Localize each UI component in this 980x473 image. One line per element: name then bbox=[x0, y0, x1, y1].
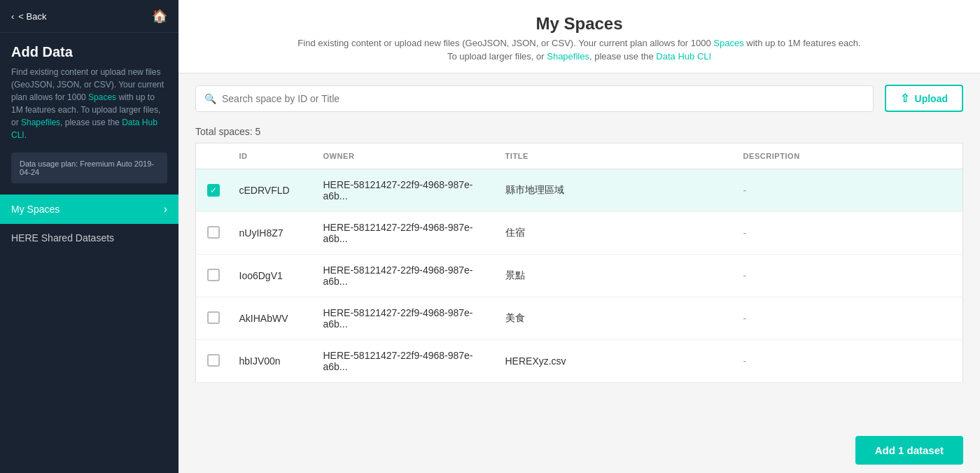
add-dataset-button[interactable]: Add 1 dataset bbox=[855, 436, 963, 465]
cell-title: 住宿 bbox=[497, 212, 735, 255]
cell-description: - bbox=[735, 255, 963, 297]
shapefiles-link-main[interactable]: Shapefiles bbox=[547, 51, 589, 62]
search-icon: 🔍 bbox=[204, 93, 216, 104]
upload-label: Upload bbox=[915, 93, 948, 104]
spaces-link[interactable]: Spaces bbox=[88, 92, 116, 102]
cell-owner: HERE-58121427-22f9-4968-987e-a6b... bbox=[315, 169, 497, 212]
main-subtitle: Find existing content or upload new file… bbox=[206, 38, 952, 48]
table-row: Ioo6DgV1HERE-58121427-22f9-4968-987e-a6b… bbox=[196, 255, 963, 297]
cell-title: 縣市地理區域 bbox=[497, 169, 735, 212]
cell-description: - bbox=[735, 297, 963, 340]
home-icon[interactable]: 🏠 bbox=[152, 8, 167, 24]
sidebar-item-here-datasets-label: HERE Shared Datasets bbox=[11, 232, 114, 243]
cell-owner: HERE-58121427-22f9-4968-987e-a6b... bbox=[315, 340, 497, 383]
search-upload-row: 🔍 ⇧ Upload bbox=[178, 73, 980, 123]
main-content: My Spaces Find existing content or uploa… bbox=[178, 0, 980, 473]
spaces-table: ID OWNER TITLE DESCRIPTION ✓cEDRVFLDHERE… bbox=[195, 143, 963, 383]
row-checkbox[interactable] bbox=[207, 269, 220, 281]
data-usage-plan: Data usage plan: Freemium Auto 2019-04-2… bbox=[11, 153, 167, 183]
sidebar-nav: My Spaces › HERE Shared Datasets bbox=[0, 195, 178, 473]
cell-description: - bbox=[735, 340, 963, 383]
cell-title: HEREXyz.csv bbox=[497, 340, 735, 383]
cell-description: - bbox=[735, 169, 963, 212]
checkbox-cell[interactable] bbox=[196, 297, 231, 340]
table-header-row: ID OWNER TITLE DESCRIPTION bbox=[196, 143, 963, 169]
search-box: 🔍 bbox=[195, 85, 874, 112]
upload-icon: ⇧ bbox=[900, 92, 909, 105]
cell-description: - bbox=[735, 212, 963, 255]
sidebar-header: Add Data bbox=[0, 33, 178, 66]
cell-title: 景點 bbox=[497, 255, 735, 297]
main-header: My Spaces Find existing content or uploa… bbox=[178, 0, 980, 73]
cell-id: Ioo6DgV1 bbox=[231, 255, 315, 297]
checkbox-cell[interactable]: ✓ bbox=[196, 169, 231, 212]
cell-owner: HERE-58121427-22f9-4968-987e-a6b... bbox=[315, 255, 497, 297]
sidebar-item-my-spaces-label: My Spaces bbox=[11, 204, 59, 215]
th-id: ID bbox=[231, 143, 315, 169]
back-label: < Back bbox=[18, 11, 46, 22]
table-row: AkIHAbWVHERE-58121427-22f9-4968-987e-a6b… bbox=[196, 297, 963, 340]
row-checkbox[interactable]: ✓ bbox=[207, 184, 220, 197]
chevron-right-icon: › bbox=[164, 203, 167, 216]
cell-owner: HERE-58121427-22f9-4968-987e-a6b... bbox=[315, 297, 497, 340]
footer: Add 1 dataset bbox=[178, 428, 980, 473]
th-checkbox bbox=[196, 143, 231, 169]
table-container: ID OWNER TITLE DESCRIPTION ✓cEDRVFLDHERE… bbox=[178, 143, 980, 428]
cell-owner: HERE-58121427-22f9-4968-987e-a6b... bbox=[315, 212, 497, 255]
cell-id: AkIHAbWV bbox=[231, 297, 315, 340]
page-title: My Spaces bbox=[206, 14, 952, 34]
sidebar-title: Add Data bbox=[11, 44, 73, 60]
checkbox-cell[interactable] bbox=[196, 340, 231, 383]
upload-button[interactable]: ⇧ Upload bbox=[885, 85, 963, 112]
table-row: hbIJV00nHERE-58121427-22f9-4968-987e-a6b… bbox=[196, 340, 963, 383]
sidebar-item-here-datasets[interactable]: HERE Shared Datasets bbox=[0, 224, 178, 252]
sidebar-description: Find existing content or upload new file… bbox=[0, 66, 178, 153]
spaces-link-main[interactable]: Spaces bbox=[713, 38, 743, 48]
back-arrow-icon: ‹ bbox=[11, 11, 14, 22]
row-checkbox[interactable] bbox=[207, 226, 220, 239]
cell-title: 美食 bbox=[497, 297, 735, 340]
th-title: TITLE bbox=[497, 143, 735, 169]
table-row: ✓cEDRVFLDHERE-58121427-22f9-4968-987e-a6… bbox=[196, 169, 963, 212]
shapefiles-link[interactable]: Shapefiles bbox=[21, 118, 60, 127]
main-subtitle2: To upload larger files, or Shapefiles, p… bbox=[206, 51, 952, 62]
th-description: DESCRIPTION bbox=[735, 143, 963, 169]
th-owner: OWNER bbox=[315, 143, 497, 169]
table-row: nUyIH8Z7HERE-58121427-22f9-4968-987e-a6b… bbox=[196, 212, 963, 255]
datahub-cli-link-main[interactable]: Data Hub CLI bbox=[656, 51, 711, 62]
search-input[interactable] bbox=[222, 93, 864, 104]
checkbox-cell[interactable] bbox=[196, 212, 231, 255]
sidebar-item-my-spaces[interactable]: My Spaces › bbox=[0, 195, 178, 224]
row-checkbox[interactable] bbox=[207, 354, 220, 367]
total-spaces-label: Total spaces: 5 bbox=[178, 123, 980, 143]
row-checkbox[interactable] bbox=[207, 311, 220, 324]
back-button[interactable]: ‹ < Back 🏠 bbox=[0, 0, 178, 33]
cell-id: nUyIH8Z7 bbox=[231, 212, 315, 255]
cell-id: cEDRVFLD bbox=[231, 169, 315, 212]
sidebar: ‹ < Back 🏠 Add Data Find existing conten… bbox=[0, 0, 178, 473]
cell-id: hbIJV00n bbox=[231, 340, 315, 383]
checkbox-cell[interactable] bbox=[196, 255, 231, 297]
